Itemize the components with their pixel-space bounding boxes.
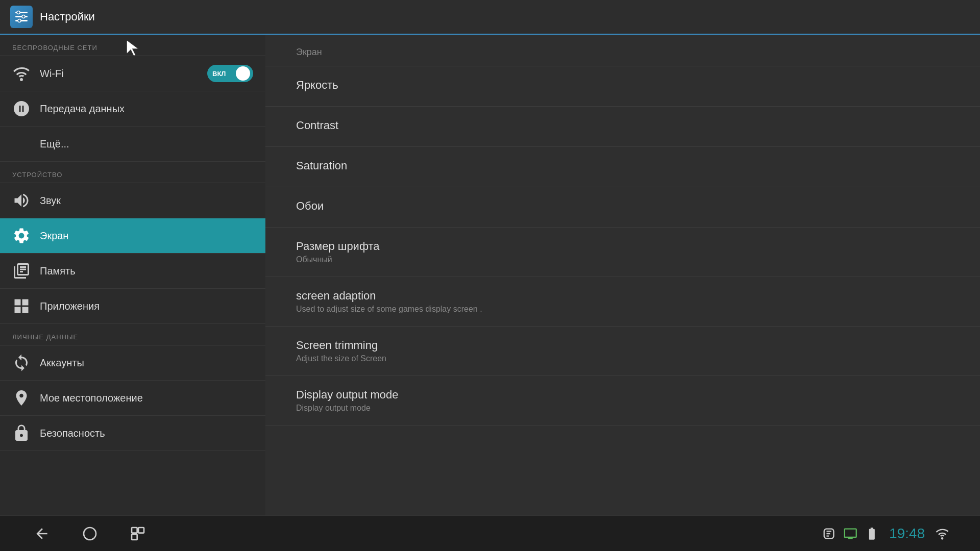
- location-label: Мое местоположение: [40, 392, 253, 404]
- back-button[interactable]: [31, 522, 53, 545]
- displayoutput-subtitle: Display output mode: [296, 404, 949, 413]
- location-icon: [12, 389, 31, 407]
- content-item-contrast[interactable]: Contrast: [265, 107, 980, 147]
- status-bar: 19:48: [822, 525, 949, 542]
- data-icon: [12, 99, 31, 118]
- recents-button[interactable]: [127, 522, 149, 545]
- fontsize-subtitle: Обычный: [296, 255, 949, 264]
- brightness-title: Яркость: [296, 79, 949, 92]
- app-title: Настройки: [40, 10, 95, 23]
- content-item-screenadaption[interactable]: screen adaption Used to adjust size of s…: [265, 277, 980, 327]
- main-layout: БЕСПРОВОДНЫЕ СЕТИ Wi-Fi ВКЛ: [0, 35, 980, 515]
- sidebar-item-security[interactable]: Безопасность: [0, 416, 265, 451]
- svg-point-3: [17, 11, 20, 14]
- more-label: Ещё...: [40, 138, 253, 150]
- sidebar-item-sound[interactable]: Звук: [0, 183, 265, 218]
- content-title: Экран: [265, 35, 980, 66]
- more-icon: [12, 135, 31, 153]
- wifi-status-icon: [935, 527, 949, 541]
- nav-buttons: [31, 522, 149, 545]
- top-bar: Настройки: [0, 0, 980, 35]
- screen-label: Экран: [40, 230, 253, 242]
- bottom-bar: 19:48: [0, 515, 980, 551]
- content-item-fontsize[interactable]: Размер шрифта Обычный: [265, 228, 980, 277]
- svg-point-4: [22, 15, 25, 18]
- section-label-personal: ЛИЧНЫЕ ДАННЫЕ: [0, 324, 265, 345]
- saturation-title: Saturation: [296, 159, 949, 172]
- svg-rect-6: [132, 528, 137, 533]
- screenadaption-title: screen adaption: [296, 289, 949, 303]
- section-label-wireless: БЕСПРОВОДНЫЕ СЕТИ: [0, 35, 265, 56]
- content-item-screentrimming[interactable]: Screen trimming Adjust the size of Scree…: [265, 327, 980, 376]
- screentrimming-subtitle: Adjust the size of Screen: [296, 354, 949, 363]
- status-icons: [822, 527, 879, 541]
- time-display: 19:48: [889, 525, 925, 542]
- screentrimming-title: Screen trimming: [296, 339, 949, 352]
- section-label-device: УСТРОЙСТВО: [0, 162, 265, 183]
- svg-rect-1: [15, 16, 28, 17]
- sidebar-item-memory[interactable]: Память: [0, 254, 265, 289]
- content-item-wallpaper[interactable]: Обои: [265, 187, 980, 228]
- sidebar-item-more[interactable]: Ещё...: [0, 127, 265, 162]
- sidebar-item-location[interactable]: Мое местоположение: [0, 381, 265, 416]
- content-item-saturation[interactable]: Saturation: [265, 147, 980, 187]
- apps-icon: [12, 297, 31, 315]
- svg-rect-8: [132, 534, 137, 540]
- security-label: Безопасность: [40, 428, 253, 439]
- contrast-title: Contrast: [296, 119, 949, 132]
- battery-icon: [865, 527, 879, 541]
- display-status-icon: [843, 527, 857, 541]
- screenadaption-subtitle: Used to adjust size of some games displa…: [296, 305, 949, 314]
- wifi-toggle[interactable]: ВКЛ: [207, 65, 253, 82]
- toggle-switch[interactable]: ВКЛ: [207, 65, 253, 82]
- sidebar-item-screen[interactable]: Экран: [0, 218, 265, 254]
- app-icon: [10, 6, 33, 28]
- sidebar-item-data[interactable]: Передача данных: [0, 91, 265, 127]
- accounts-label: Аккаунты: [40, 357, 253, 369]
- svg-point-5: [18, 19, 21, 22]
- apps-label: Приложения: [40, 300, 253, 312]
- screen-settings-icon: [12, 227, 31, 245]
- wifi-icon: [12, 64, 31, 83]
- sidebar-item-accounts[interactable]: Аккаунты: [0, 345, 265, 381]
- displayoutput-title: Display output mode: [296, 388, 949, 402]
- home-button[interactable]: [79, 522, 101, 545]
- sidebar-item-wifi[interactable]: Wi-Fi ВКЛ: [0, 56, 265, 91]
- content-area: Экран Яркость Contrast Saturation Обои Р…: [265, 35, 980, 515]
- toggle-knob: [236, 66, 250, 81]
- sound-label: Звук: [40, 195, 253, 207]
- svg-rect-7: [138, 528, 144, 533]
- fontsize-title: Размер шрифта: [296, 240, 949, 253]
- content-item-brightness[interactable]: Яркость: [265, 66, 980, 107]
- sidebar: БЕСПРОВОДНЫЕ СЕТИ Wi-Fi ВКЛ: [0, 35, 265, 515]
- memory-icon: [12, 262, 31, 280]
- sound-icon: [12, 191, 31, 210]
- data-label: Передача данных: [40, 103, 253, 115]
- svg-rect-2: [15, 20, 28, 21]
- wallpaper-title: Обои: [296, 199, 949, 213]
- accounts-icon: [12, 354, 31, 372]
- wifi-label: Wi-Fi: [40, 68, 207, 80]
- s-status-icon: [822, 527, 836, 541]
- toggle-label: ВКЛ: [212, 70, 226, 78]
- security-icon: [12, 424, 31, 442]
- memory-label: Память: [40, 265, 253, 277]
- sidebar-item-apps[interactable]: Приложения: [0, 289, 265, 324]
- content-item-displayoutput[interactable]: Display output mode Display output mode: [265, 376, 980, 425]
